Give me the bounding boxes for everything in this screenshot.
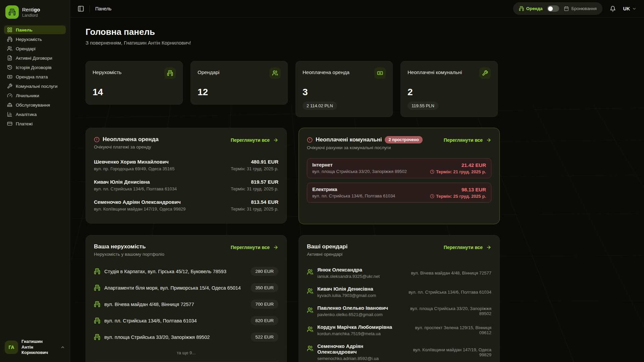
- sidebar-item-analytics[interactable]: Аналітика: [4, 110, 66, 119]
- building-icon: [519, 6, 524, 11]
- stat-label: Нерухомість: [93, 67, 121, 75]
- utility-amount: 98.13 EUR: [430, 187, 486, 192]
- alert-icon: [94, 137, 100, 142]
- panel-subtitle: Активні орендарі: [307, 252, 347, 257]
- mode-rent-option[interactable]: Оренда: [519, 6, 543, 11]
- sidebar-item-label: Платежі: [16, 121, 33, 126]
- stat-card-unpaid-rent: Неоплачена оренда 3 2 114.02 PLN: [296, 61, 393, 117]
- brand-name: Renti: [22, 7, 34, 12]
- panel-left-icon: [77, 5, 84, 12]
- sidebar-item-payments[interactable]: Платежі: [4, 119, 66, 128]
- view-all-label: Переглянути все: [444, 137, 483, 143]
- stat-amount-badge: 119.55 PLN: [408, 102, 438, 110]
- topbar: Панель Оренда Бронювання UK: [70, 0, 644, 17]
- property-name: Студія в Карпатах, вул. Гірська 45/12, Б…: [104, 269, 247, 274]
- sidebar-item-maintenance[interactable]: Обслуговування: [4, 101, 66, 109]
- mode-toggle-switch[interactable]: [547, 5, 559, 12]
- brand-text: Rentigo Landlord: [22, 7, 40, 18]
- arrow-right-icon: [273, 245, 278, 250]
- tenant-address: вул. пл. Стрийська 134/6, Полтава 61034: [94, 186, 177, 191]
- wrench-icon: [479, 67, 491, 79]
- stat-card-unpaid-utilities: Неоплачені комунальні 2 119.55 PLN: [400, 61, 498, 117]
- tenant-address: вул. Вічева майдан 4/48, Вінниця 72577: [411, 270, 491, 276]
- rent-amount: 813.54 EUR: [231, 199, 278, 205]
- users-icon: [269, 67, 281, 79]
- sidebar-item-label: Панель: [16, 27, 33, 33]
- panel-title: Ваші орендарі: [307, 243, 347, 250]
- banknote-icon: [374, 67, 386, 79]
- building-icon: [94, 301, 100, 307]
- tenant-row: Павленко Олелько Іванович pavlenko.olelk…: [307, 305, 491, 317]
- stats-row: Нерухомість 14 Орендарі 12 Нео: [86, 61, 629, 117]
- language-selector[interactable]: UK: [623, 6, 637, 11]
- calendar-icon: [564, 6, 569, 11]
- sidebar-item-rent-payments[interactable]: Орендна плата: [4, 72, 66, 81]
- stat-card-tenants: Орендарі 12: [191, 61, 288, 105]
- panel-subtitle: Нерухомість у вашому портфоліо: [94, 252, 164, 257]
- tenant-name: Янюк Олександра: [317, 267, 380, 273]
- stat-value: 14: [93, 87, 176, 98]
- mode-booking-option[interactable]: Бронювання: [564, 6, 596, 11]
- sidebar-item-meters[interactable]: Лічильники: [4, 91, 66, 100]
- rent-due-date: Термін: 31 груд. 2025 р.: [231, 186, 278, 191]
- view-all-link[interactable]: Переглянути все: [231, 136, 278, 143]
- property-name: вул. пл. Стрийська 134/6, Полтава 61034: [104, 318, 247, 323]
- tenant-name: Семеночко Адріян Олександрович: [317, 343, 402, 355]
- utility-due-date: Термін: 25 груд. 2025 р.: [436, 194, 486, 199]
- sidebar-item-properties[interactable]: Нерухомість: [4, 35, 66, 44]
- sidebar-item-dashboard[interactable]: Панель: [4, 25, 66, 34]
- tenant-row: Янюк Олександра ianiuk.oleksandra.9325@u…: [307, 267, 491, 279]
- properties-panel: Ваша нерухомість Нерухомість у вашому по…: [86, 235, 287, 362]
- unpaid-utilities-panel: Неоплачені комунальні 2 прострочено Очік…: [299, 128, 500, 224]
- stat-amount-badge: 2 114.02 PLN: [303, 102, 337, 110]
- mode-switcher: Оренда Бронювання: [513, 2, 602, 15]
- tenant-address: вул. пл. Стрийська 134/6, Полтава 61034: [409, 290, 491, 295]
- utility-bill-card: Електрика вул. пл. Стрийська 134/6, Полт…: [307, 183, 491, 203]
- sidebar-toggle-button[interactable]: [77, 5, 84, 12]
- unpaid-rent-list: Шевченко Хорив Михайлович вул. пр. Город…: [94, 159, 278, 215]
- wrench-icon: [7, 83, 12, 89]
- topbar-divider: [90, 5, 90, 12]
- property-price-badge: 350 EUR: [251, 283, 278, 292]
- notifications-button[interactable]: [610, 6, 616, 12]
- panel-title: Неоплачені комунальні: [316, 136, 382, 143]
- stat-value: 12: [198, 87, 281, 98]
- sidebar-item-contract-history[interactable]: Історія Договорів: [4, 63, 66, 72]
- users-icon: [307, 326, 313, 333]
- view-all-link[interactable]: Переглянути все: [231, 243, 278, 250]
- rent-due-date: Термін: 31 груд. 2025 р.: [231, 206, 278, 212]
- view-all-link[interactable]: Переглянути все: [444, 136, 491, 143]
- tenant-email: pavlenko.olelko.6521@gmail.com: [317, 312, 388, 317]
- user-menu[interactable]: ГА Гнатишин Антін Корнилович: [4, 338, 66, 357]
- sidebar-item-tenants[interactable]: Орендарі: [4, 44, 66, 53]
- arrow-right-icon: [486, 137, 491, 143]
- tenant-address: вул. Коліївщини майдан 147/19, Одеса 998…: [94, 206, 185, 212]
- brand-name-bold: go: [34, 7, 40, 12]
- sidebar-item-label: Орендна плата: [16, 74, 48, 79]
- tenant-row: Семеночко Адріян Олександрович semenochk…: [307, 343, 491, 361]
- tenant-name: Павленко Олелько Іванович: [317, 305, 388, 311]
- building-icon: [164, 67, 176, 79]
- stat-label: Неоплачена оренда: [303, 67, 350, 75]
- building-icon: [94, 334, 100, 340]
- property-name: вул. Вічева майдан 4/48, Вінниця 72577: [104, 302, 247, 307]
- unpaid-utilities-list: Інтернет вул. площа Стрийська 33/20, Зап…: [307, 158, 491, 216]
- tenant-name: Кордун Марічка Любомирівна: [317, 324, 392, 330]
- arrow-right-icon: [273, 137, 278, 143]
- sidebar-item-utilities[interactable]: Комунальні послуги: [4, 82, 66, 90]
- user-name: Гнатишин Антін Корнилович: [21, 339, 54, 355]
- history-icon: [7, 65, 12, 70]
- arrow-right-icon: [486, 245, 491, 250]
- bell-icon: [610, 6, 616, 12]
- unpaid-rent-row: Шевченко Хорив Михайлович вул. пр. Город…: [94, 159, 278, 171]
- users-icon: [7, 46, 12, 51]
- users-icon: [307, 307, 313, 313]
- view-all-link[interactable]: Переглянути все: [444, 243, 491, 250]
- users-icon: [307, 345, 313, 352]
- property-row: вул. площа Стрийська 33/20, Запоріжжя 89…: [94, 333, 278, 342]
- sidebar-item-active-contracts[interactable]: Активні Договори: [4, 54, 66, 62]
- topbar-title: Панель: [95, 6, 111, 11]
- properties-list: Студія в Карпатах, вул. Гірська 45/12, Б…: [94, 267, 278, 362]
- sidebar-item-label: Аналітика: [16, 112, 37, 117]
- property-price-badge: 280 EUR: [251, 267, 278, 276]
